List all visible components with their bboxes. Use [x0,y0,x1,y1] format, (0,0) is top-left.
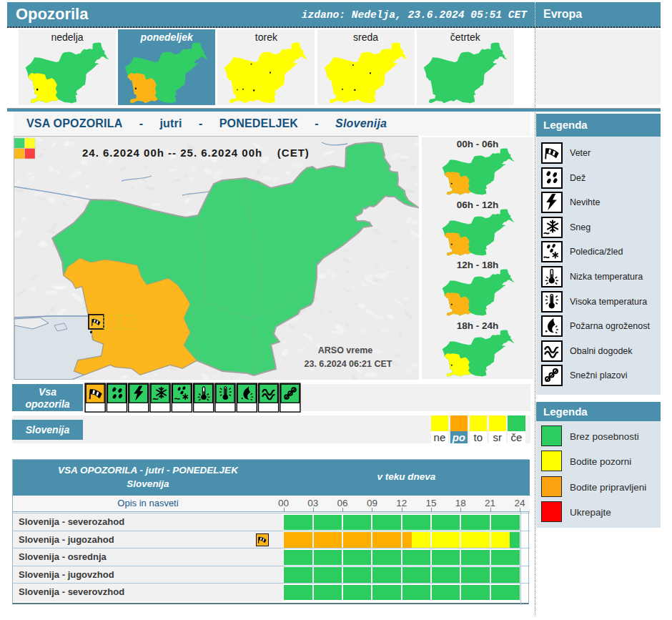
svg-text:23. 6.2024 06:21 CET: 23. 6.2024 06:21 CET [305,359,392,369]
svg-text:ARSO vreme: ARSO vreme [318,345,372,355]
svg-text:24. 6.2024 00h -- 25. 6.202: 24. 6.2024 00h -- 25. 6.2024 00h (CET) [82,147,310,159]
